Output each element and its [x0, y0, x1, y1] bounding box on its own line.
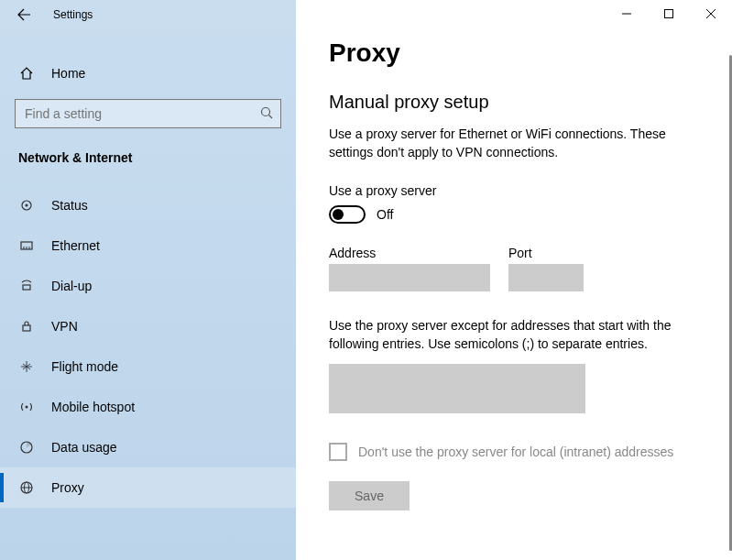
sidebar-item-label: Data usage [51, 440, 117, 455]
sidebar-item-label: Ethernet [51, 238, 100, 253]
category-title: Network & Internet [0, 128, 296, 176]
search-input[interactable] [15, 99, 281, 128]
window-controls [606, 0, 732, 27]
close-button[interactable] [690, 0, 732, 27]
ethernet-icon [18, 238, 35, 253]
minimize-icon [622, 9, 631, 18]
svg-line-1 [269, 115, 273, 119]
address-input[interactable] [329, 264, 490, 291]
port-input[interactable] [508, 264, 584, 291]
dialup-icon [18, 279, 35, 293]
section-title: Manual proxy setup [329, 92, 699, 113]
titlebar: Settings [0, 0, 296, 29]
svg-point-3 [26, 204, 28, 207]
sidebar-item-label: Mobile hotspot [51, 400, 135, 414]
address-label: Address [329, 246, 490, 260]
airplane-icon [18, 359, 35, 374]
svg-rect-16 [665, 10, 673, 18]
content: Proxy Manual proxy setup Use a proxy ser… [296, 0, 732, 511]
sidebar-item-vpn[interactable]: VPN [0, 306, 296, 346]
port-label: Port [508, 246, 584, 260]
toggle-label: Use a proxy server [329, 183, 699, 198]
hotspot-icon [18, 400, 35, 414]
sidebar-menu: Status Ethernet Dial-up VPN Flight mode … [0, 185, 296, 508]
toggle-state: Off [377, 207, 393, 222]
maximize-icon [664, 9, 673, 18]
sidebar-item-data-usage[interactable]: Data usage [0, 427, 296, 467]
app-title: Settings [53, 8, 93, 21]
save-button[interactable]: Save [329, 481, 410, 511]
exceptions-input[interactable] [329, 364, 585, 413]
sidebar: Settings Home Network & Internet Status … [0, 0, 296, 560]
exceptions-description: Use the proxy server except for addresse… [329, 317, 699, 353]
data-icon [18, 440, 35, 455]
back-button[interactable] [13, 4, 35, 26]
maximize-button[interactable] [648, 0, 690, 27]
sidebar-item-label: Status [51, 198, 88, 213]
sidebar-item-label: Flight mode [51, 359, 118, 374]
sidebar-item-mobile-hotspot[interactable]: Mobile hotspot [0, 387, 296, 427]
sidebar-item-proxy[interactable]: Proxy [0, 467, 296, 508]
use-proxy-toggle[interactable] [329, 205, 366, 224]
sidebar-item-dialup[interactable]: Dial-up [0, 266, 296, 306]
sidebar-item-label: VPN [51, 319, 78, 334]
vpn-icon [18, 319, 35, 334]
local-intranet-label: Don't use the proxy server for local (in… [358, 445, 673, 459]
sidebar-item-flight-mode[interactable]: Flight mode [0, 346, 296, 387]
back-arrow-icon [16, 7, 31, 22]
home-label: Home [51, 66, 85, 81]
section-description: Use a proxy server for Ethernet or WiFi … [329, 126, 699, 161]
home-icon [18, 66, 35, 81]
toggle-knob [333, 209, 344, 220]
local-intranet-checkbox[interactable] [329, 443, 347, 461]
svg-point-0 [262, 108, 270, 116]
sidebar-item-label: Dial-up [51, 279, 92, 293]
search-wrap [15, 99, 281, 128]
status-icon [18, 198, 35, 213]
minimize-button[interactable] [606, 0, 648, 27]
sidebar-item-label: Proxy [51, 480, 84, 495]
main-panel: Proxy Manual proxy setup Use a proxy ser… [296, 0, 732, 560]
sidebar-item-status[interactable]: Status [0, 185, 296, 225]
close-icon [706, 9, 716, 18]
proxy-icon [18, 480, 35, 495]
svg-rect-9 [23, 325, 30, 331]
search-icon [259, 105, 274, 124]
sidebar-item-ethernet[interactable]: Ethernet [0, 225, 296, 266]
home-button[interactable]: Home [0, 59, 296, 88]
page-title: Proxy [329, 38, 699, 68]
svg-rect-8 [23, 285, 30, 290]
svg-point-10 [26, 406, 28, 409]
